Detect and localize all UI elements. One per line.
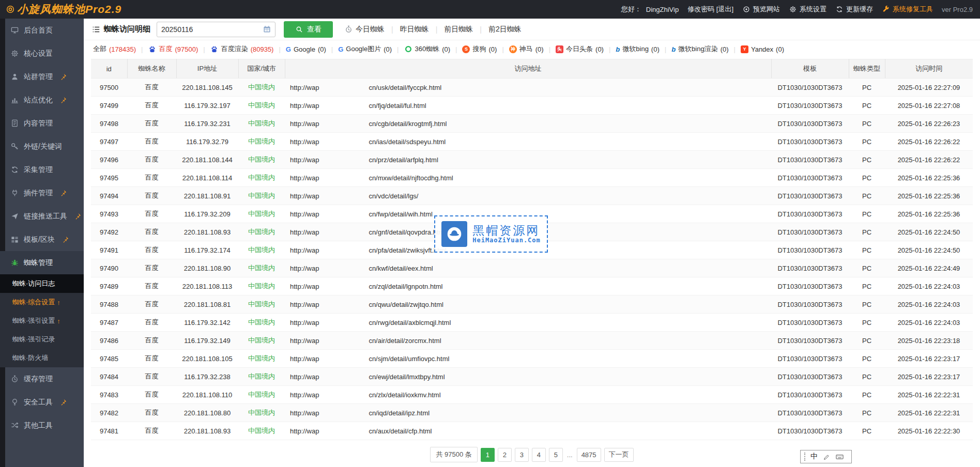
cell-visit-time: 2025-01-16 22:25:36 [885, 205, 973, 223]
filter-tab-360[interactable]: 360蜘蛛(0) [404, 44, 451, 54]
filter-tab-google[interactable]: G Google(0) [286, 45, 326, 53]
cell-url: http://wapcn/kwf/detail/eex.html [285, 259, 771, 277]
sidebar-item-spider-manage[interactable]: 蜘蛛管理 [0, 251, 84, 274]
link-two-days-before-spiders[interactable]: 前2日蜘蛛 [488, 25, 522, 34]
filter-tab-shenma[interactable]: 神 神马(0) [509, 44, 544, 54]
keyboard-icon[interactable] [835, 453, 844, 461]
cell-template: DT1030/1030DT3673 [771, 241, 849, 259]
change-password-link[interactable]: 修改密码 [退出] [687, 5, 733, 14]
spider-submenu: 蜘蛛·访问日志 蜘蛛·综合设置↑ 蜘蛛·强引设置↑ 蜘蛛·强引记录 蜘蛛·防火墙 [0, 274, 84, 367]
divider: | [734, 45, 736, 53]
toolbar: 蜘蛛访问明细 查看 今日蜘蛛 | 昨日蜘蛛 | 前日蜘蛛 | [84, 19, 980, 40]
link-yesterday-spiders[interactable]: 昨日蜘蛛 [400, 25, 429, 34]
stopwatch-icon [344, 25, 353, 34]
page-button-5[interactable]: 5 [549, 448, 563, 462]
cell-ip: 220.181.108.113 [176, 277, 238, 295]
cell-visit-time: 2025-01-16 22:25:36 [885, 187, 973, 205]
filter-tab-toutiao[interactable]: 头 今日头条(0) [556, 44, 604, 54]
cell-id: 97499 [91, 97, 127, 115]
preview-site-link[interactable]: 预览网站 [742, 5, 780, 14]
link-day-before-spiders[interactable]: 前日蜘蛛 [444, 25, 473, 34]
cell-ip: 220.181.108.110 [176, 386, 238, 404]
filter-tab-bing[interactable]: b 微软bing(0) [616, 44, 659, 54]
filter-tab-bing-render[interactable]: b 微软bing渲染(0) [671, 44, 728, 54]
ime-toolbar[interactable]: 中 [800, 450, 852, 463]
ime-language-toggle[interactable]: 中 [810, 452, 818, 461]
sidebar-item-site-optimize[interactable]: 站点优化 [0, 88, 84, 112]
repair-tool-link[interactable]: 系统修复工具 [882, 5, 933, 14]
submenu-item-visit-log[interactable]: 蜘蛛·访问日志 [0, 274, 84, 293]
sidebar-item-backlinks[interactable]: 外链/关键词 [0, 135, 84, 158]
cell-visit-time: 2025-01-16 22:24:03 [885, 277, 973, 295]
cell-template: DT1030/1030DT3673 [771, 187, 849, 205]
submenu-item-force-pull-records[interactable]: 蜘蛛·强引记录 [0, 330, 84, 349]
cell-template: DT1030/1030DT3673 [771, 133, 849, 151]
pin-icon [60, 190, 67, 196]
filter-tab-baidu[interactable]: 百度(97500) [148, 44, 198, 54]
filter-tab-sogou[interactable]: S 搜狗(0) [462, 44, 497, 54]
cell-template: DT1030/1030DT3673 [771, 97, 849, 115]
sidebar-item-dashboard[interactable]: 后台首页 [0, 19, 84, 42]
date-field[interactable] [161, 25, 263, 34]
sidebar-item-core-settings[interactable]: 核心设置 [0, 42, 84, 65]
pin-icon [74, 213, 81, 220]
sogou-icon: S [462, 45, 470, 53]
divider: | [609, 45, 610, 53]
drag-handle[interactable] [804, 453, 806, 461]
cell-spider-type: PC [849, 151, 885, 169]
cell-ip: 220.181.108.145 [176, 79, 238, 97]
submenu-item-firewall[interactable]: 蜘蛛·防火墙 [0, 349, 84, 367]
cell-spider-name: 百度 [127, 314, 176, 332]
cell-visit-time: 2025-01-16 22:23:18 [885, 332, 973, 350]
cell-region: 中国境内 [238, 223, 285, 241]
cell-template: DT1030/1030DT3673 [771, 332, 849, 350]
date-input[interactable] [157, 22, 275, 37]
next-page-button[interactable]: 下一页 [604, 448, 634, 462]
cell-id: 97495 [91, 169, 127, 187]
cell-spider-type: PC [849, 97, 885, 115]
cell-spider-name: 百度 [127, 404, 176, 422]
cell-region: 中国境内 [238, 295, 285, 314]
divider: | [279, 45, 280, 53]
view-button[interactable]: 查看 [284, 21, 333, 38]
cell-spider-name: 百度 [127, 79, 176, 97]
pen-icon[interactable] [822, 453, 831, 461]
filter-tab-yandex[interactable]: Y Yandex(0) [741, 45, 784, 53]
filter-tab-baidu-render[interactable]: 百度渲染(80935) [210, 44, 274, 54]
system-settings-link[interactable]: 系统设置 [789, 5, 826, 14]
calendar-icon[interactable] [263, 25, 271, 34]
sidebar-item-templates[interactable]: 模板/区块 [0, 228, 84, 251]
filter-tab-google-images[interactable]: G Google图片(0) [338, 44, 392, 54]
sidebar-item-plugins[interactable]: 插件管理 [0, 181, 84, 205]
sidebar-item-content[interactable]: 内容管理 [0, 112, 84, 135]
document-icon [10, 119, 19, 128]
spider-filter-bar: 全部(178435) | 百度(97500) | 百度渲染(80935) | G… [84, 40, 980, 58]
cell-url: http://wapcn/fjq/detail/ful.html [285, 97, 771, 115]
cell-ip: 220.181.108.114 [176, 169, 238, 187]
sidebar-item-other-tools[interactable]: 其他工具 [0, 414, 84, 437]
page-button-2[interactable]: 2 [498, 448, 512, 462]
submenu-item-general-settings[interactable]: 蜘蛛·综合设置↑ [0, 293, 84, 312]
update-cache-link[interactable]: 更新缓存 [835, 5, 873, 14]
sidebar-item-cache[interactable]: 缓存管理 [0, 367, 84, 391]
table-header-row: id 蜘蛛名称 IP地址 国家/城市 访问地址 模板 蜘蛛类型 访问时间 [91, 59, 973, 79]
sidebar-item-collection[interactable]: 采集管理 [0, 158, 84, 181]
cell-url: http://wapcn/usk/detail/fyccpk.html [285, 79, 771, 97]
link-today-spiders[interactable]: 今日蜘蛛 [344, 25, 385, 34]
sidebar-item-site-group[interactable]: 站群管理 [0, 65, 84, 88]
cell-spider-name: 百度 [127, 187, 176, 205]
filter-tab-all[interactable]: 全部(178435) [93, 44, 136, 54]
sidebar-item-security[interactable]: 安全工具 [0, 391, 84, 414]
cell-spider-name: 百度 [127, 241, 176, 259]
page-button-1[interactable]: 1 [481, 448, 495, 462]
watermark-title: 黑帽资源网 [472, 224, 541, 237]
sidebar-item-link-push[interactable]: 链接推送工具 [0, 205, 84, 228]
cell-region: 中国境内 [238, 259, 285, 277]
page-button-4[interactable]: 4 [532, 448, 546, 462]
page-button-3[interactable]: 3 [515, 448, 529, 462]
page-button-last[interactable]: 4875 [577, 448, 601, 462]
gear-icon [789, 5, 797, 13]
bulb-icon [10, 398, 19, 407]
col-spider-name: 蜘蛛名称 [127, 59, 176, 79]
submenu-item-force-pull-settings[interactable]: 蜘蛛·强引设置↑ [0, 312, 84, 330]
